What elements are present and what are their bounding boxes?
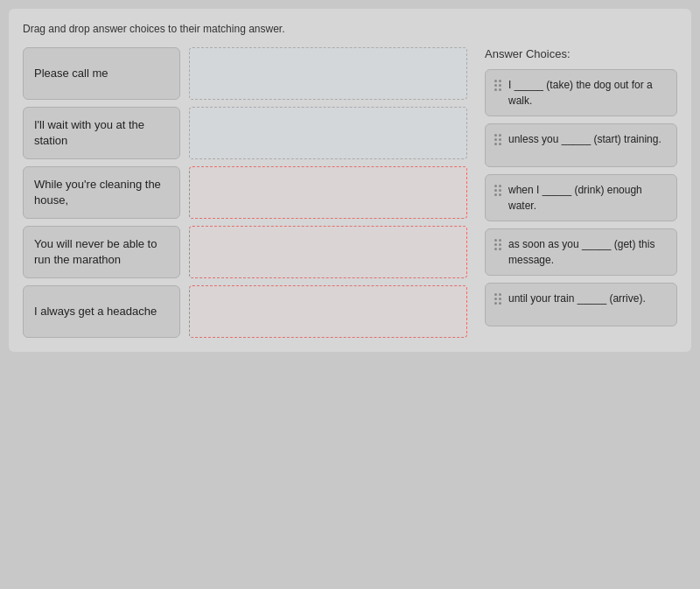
prompt-5: I always get a headache [23, 285, 180, 338]
row-3: While you're cleaning the house, [23, 166, 467, 219]
row-5: I always get a headache [23, 285, 467, 338]
row-2: I'll wait with you at the station [23, 107, 467, 159]
left-side: Please call me I'll wait with you at the… [23, 47, 467, 338]
answer-text-3: when I _____ (drink) enough water. [508, 182, 668, 214]
drop-zone-4[interactable] [189, 226, 467, 278]
answer-text-4: as soon as you _____ (get) this message. [508, 236, 668, 268]
answer-choices-header: Answer Choices: [485, 47, 677, 60]
drag-handle-5 [494, 293, 501, 305]
drop-zone-3[interactable] [189, 166, 467, 219]
drop-zone-1[interactable] [189, 47, 467, 100]
answer-card-3[interactable]: when I _____ (drink) enough water. [485, 174, 677, 221]
row-1: Please call me [23, 47, 467, 100]
prompt-2: I'll wait with you at the station [23, 107, 180, 159]
drag-handle-1 [494, 80, 501, 91]
instruction-text: Drag and drop answer choices to their ma… [23, 23, 677, 35]
answer-card-1[interactable]: I _____ (take) the dog out for a walk. [485, 69, 677, 116]
right-side: Answer Choices: I _____ (take) the dog o… [485, 47, 677, 338]
answer-choices-list: I _____ (take) the dog out for a walk. u… [485, 69, 677, 326]
answer-card-2[interactable]: unless you _____ (start) training. [485, 123, 677, 167]
answer-card-4[interactable]: as soon as you _____ (get) this message. [485, 228, 677, 276]
main-container: Drag and drop answer choices to their ma… [9, 9, 691, 352]
answer-text-2: unless you _____ (start) training. [508, 131, 662, 147]
drop-zone-2[interactable] [189, 107, 467, 159]
drop-zone-5[interactable] [189, 285, 467, 338]
drag-handle-3 [494, 185, 501, 196]
drag-handle-2 [494, 134, 501, 145]
answer-text-5: until your train _____ (arrive). [508, 291, 646, 306]
answer-card-5[interactable]: until your train _____ (arrive). [485, 283, 677, 326]
prompt-1: Please call me [23, 47, 180, 100]
prompt-3: While you're cleaning the house, [23, 166, 180, 219]
prompt-4: You will never be able to run the marath… [23, 226, 180, 278]
drag-handle-4 [494, 239, 501, 250]
row-4: You will never be able to run the marath… [23, 226, 467, 278]
answer-text-1: I _____ (take) the dog out for a walk. [508, 77, 668, 109]
content-area: Please call me I'll wait with you at the… [23, 47, 677, 338]
